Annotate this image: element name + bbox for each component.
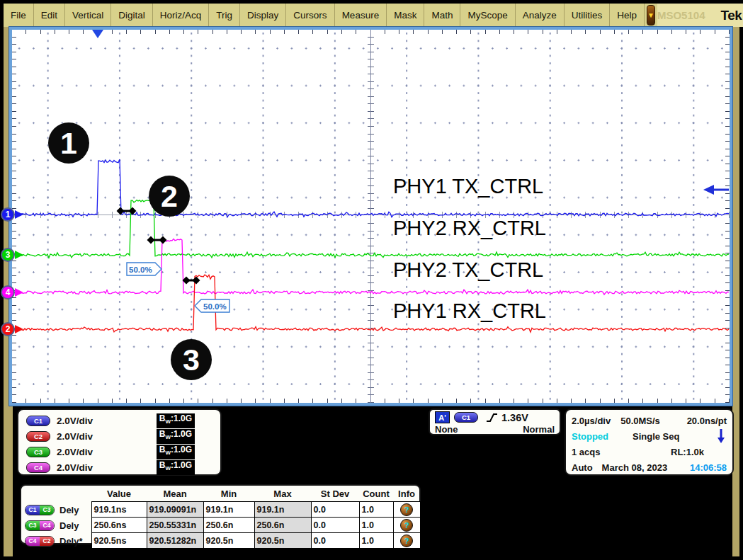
channel-marker-3[interactable]: 3 (1, 248, 15, 262)
level-callout-label: 50.0% (129, 265, 152, 274)
source-half-c3: C3 (40, 505, 54, 515)
menu-item-mask[interactable]: Mask (387, 4, 424, 27)
channel-scale-value: 2.0V/div (57, 416, 93, 426)
menu-item-horizacq[interactable]: Horiz/Acq (153, 4, 210, 27)
channel-arrow-icon (15, 251, 23, 259)
acquisition-panel: 2.0µs/div 50.0MS/s 20.0ns/pt Stopped Sin… (565, 408, 734, 476)
measure-name: Dely* (59, 536, 83, 547)
channel-badge-c1: C1 (26, 416, 50, 426)
trace-c2 (12, 275, 729, 332)
measure-row: C3C4Dely250.6ns250.55331n250.6n250.6n0.0… (23, 518, 420, 533)
measure-info-cell: ? (393, 502, 420, 518)
trace-label-phy1-rx-ctrl: PHY1 RX_CTRL (393, 300, 546, 323)
channel-marker-2[interactable]: 2 (1, 322, 15, 336)
source-half-c4: C4 (25, 537, 40, 546)
trigger-a-badge: A' (435, 411, 450, 423)
measure-st_dev: 0.0 (311, 533, 359, 549)
trigger-position-marker-icon[interactable] (92, 30, 103, 38)
trigger-readout-row: A' C1 1.36V (435, 411, 555, 423)
menu-item-display[interactable]: Display (240, 4, 286, 27)
channel-marker-4[interactable]: 4 (1, 285, 15, 299)
record-length: RL:1.0k (671, 447, 704, 457)
annotation-circle-3: 3 (171, 339, 212, 380)
measure-mean: 919.09091n (147, 502, 203, 518)
trigger-mode-row: None Normal (435, 424, 555, 435)
bandwidth-readout: BW:1.0G (157, 413, 195, 428)
trigger-level-value: 1.36V (501, 412, 528, 423)
measure-count: 1.0 (359, 502, 393, 518)
menu-item-help[interactable]: Help (610, 4, 645, 27)
measure-header-mean: Mean (147, 487, 203, 502)
source-badge-c3c4: C3C4 (25, 520, 55, 531)
menu-item-math[interactable]: Math (424, 4, 460, 27)
measure-value: 920.5ns (91, 533, 147, 549)
source-half-c3: C3 (25, 521, 40, 530)
measure-body: C1C3Dely919.1ns919.09091n919.1n919.1n0.0… (23, 502, 420, 549)
menu-item-myscope[interactable]: MyScope (460, 4, 515, 27)
acq-date-row: Auto March 08, 2023 14:06:58 (572, 459, 727, 475)
graticule: 50.0%50.0% PHY1 TX_CTRL PHY2 RX_CTRL PHY… (12, 30, 730, 403)
measure-max: 250.6n (254, 518, 311, 533)
channel-badge-c4: C4 (26, 462, 50, 473)
menu-overflow-dropdown[interactable]: ▼ (647, 5, 655, 25)
sample-rate-value: 50.0MS/s (620, 416, 660, 426)
timebase-value: 2.0µs/div (572, 416, 611, 426)
menu-item-analyze[interactable]: Analyze (516, 4, 565, 27)
acq-count: 1 acqs (572, 447, 600, 457)
dropdown-arrow-icon: ▼ (647, 11, 654, 19)
measure-header-spacer (23, 487, 91, 502)
measure-count: 1.0 (359, 533, 393, 549)
menu-item-cursors[interactable]: Cursors (286, 4, 334, 27)
acq-count-row: 1 acqs RL:1.0k (572, 444, 727, 459)
annotation-circle-2: 2 (149, 176, 190, 217)
menu-item-file[interactable]: File (4, 4, 34, 27)
trigger-level-arrow-stem (713, 189, 729, 191)
measurements-panel: ValueMeanMinMaxSt DevCountInfo C1C3Dely9… (20, 484, 421, 544)
menu-item-edit[interactable]: Edit (34, 4, 65, 27)
measure-max: 919.1n (254, 502, 311, 518)
channel-badge-c2: C2 (26, 431, 50, 442)
source-badge-c1c3: C1C3 (25, 505, 55, 515)
trigger-mode: Normal (523, 424, 555, 435)
channel-row-c3: C32.0V/divBW:1.0G (26, 445, 220, 459)
source-half-c2: C2 (40, 537, 54, 546)
acq-mode: Single Seq (633, 431, 679, 442)
bw-subscript: W (165, 466, 171, 472)
measure-header-min: Min (203, 487, 254, 502)
acq-status-row: Stopped Single Seq (572, 428, 727, 444)
tek-logo: Tek (720, 8, 742, 23)
channel-badge-c3: C3 (26, 447, 50, 457)
bw-subscript: W (165, 435, 171, 441)
channel-arrow-icon (15, 325, 23, 333)
measure-source-cell: C4C2Dely* (23, 533, 91, 549)
measure-source-cell: C1C3Dely (23, 502, 91, 518)
trace-label-phy1-tx-ctrl: PHY1 TX_CTRL (393, 176, 543, 198)
titlebar-right: MSO5104 Tek — X (657, 4, 743, 27)
measure-st_dev: 0.0 (311, 502, 359, 518)
info-button[interactable]: ? (400, 535, 413, 547)
menu-item-measure[interactable]: Measure (335, 4, 387, 27)
trigger-level-arrow-icon[interactable] (703, 185, 714, 195)
measure-row: C1C3Dely919.1ns919.09091n919.1n919.1n0.0… (23, 502, 420, 518)
measure-st_dev: 0.0 (311, 518, 359, 533)
measure-value: 250.6ns (91, 518, 147, 533)
info-button[interactable]: ? (400, 519, 413, 532)
resolution-value: 20.0ns/pt (687, 416, 727, 426)
waveform-svg: 50.0%50.0% (12, 30, 730, 403)
channel-scale-value: 2.0V/div (57, 462, 93, 473)
menu-item-utilities[interactable]: Utilities (565, 4, 611, 27)
menu-item-digital[interactable]: Digital (111, 4, 153, 27)
measure-min: 250.6n (203, 518, 254, 533)
menu-item-trig[interactable]: Trig (209, 4, 240, 27)
measure-max: 920.5n (254, 533, 311, 549)
auto-mode-label: Auto (572, 462, 593, 473)
source-half-c4: C4 (40, 521, 54, 530)
bw-subscript: W (165, 450, 171, 457)
menu-item-vertical[interactable]: Vertical (65, 4, 111, 27)
gate-diamond-icon (193, 277, 200, 285)
channel-marker-1[interactable]: 1 (1, 207, 15, 222)
info-button[interactable]: ? (400, 503, 413, 516)
measure-min: 919.1n (203, 502, 254, 518)
measure-header-value: Value (91, 487, 147, 502)
channel-row-c2: C22.0V/divBW:1.0G (26, 429, 220, 444)
